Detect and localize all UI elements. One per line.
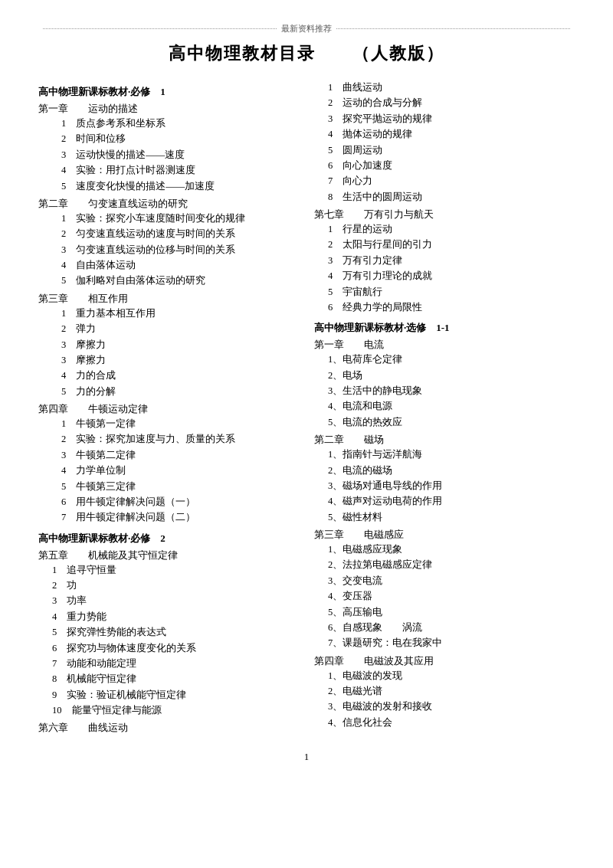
list-item: 4 万有引力理论的成就 (328, 269, 575, 283)
list-item: 1、电荷库仑定律 (328, 352, 575, 367)
list-item: 7 动能和动能定理 (52, 657, 291, 671)
list-item: 7 用牛顿定律解决问题（二） (61, 510, 291, 525)
list-item: 4、电流和电源 (328, 399, 575, 414)
list-item: 8 机械能守恒定律 (52, 672, 291, 686)
col-left: 高中物理新课标教材·必修 1第一章 运动的描述1 质点参考系和坐标系2 时间和位… (38, 80, 306, 735)
list-item: 2、法拉第电磁感应定律 (328, 558, 575, 572)
section-header: 高中物理新课标教材·必修 2 (38, 532, 291, 545)
content-area: 高中物理新课标教材·必修 1第一章 运动的描述1 质点参考系和坐标系2 时间和位… (38, 80, 575, 735)
dots-right (336, 28, 570, 29)
chapter-header: 第二章 磁场 (314, 433, 575, 447)
section-header: 高中物理新课标教材·必修 1 (38, 85, 291, 99)
list-item: 1、电磁波的发现 (328, 669, 575, 683)
list-item: 6 探究功与物体速度变化的关系 (52, 641, 291, 656)
list-item: 3 摩擦力 (61, 338, 291, 352)
list-item: 1 追寻守恒量 (52, 563, 291, 578)
list-item: 3 万有引力定律 (328, 254, 575, 268)
dots-left (43, 28, 277, 29)
chapter-header: 第一章 电流 (314, 338, 575, 352)
list-item: 2 弹力 (61, 322, 291, 336)
page-number: 1 (38, 751, 575, 763)
list-item: 3 运动快慢的描述——速度 (61, 148, 291, 162)
list-item: 3、交变电流 (328, 574, 575, 588)
section-header: 高中物理新课标教材·选修 1-1 (314, 321, 575, 335)
list-item: 2 功 (52, 578, 291, 593)
chapter-header: 第一章 运动的描述 (38, 102, 291, 116)
list-item: 5 宇宙航行 (328, 285, 575, 300)
list-item: 5 伽利略对自由落体运动的研究 (61, 274, 291, 288)
list-item: 4、磁声对运动电荷的作用 (328, 494, 575, 509)
list-item: 3 探究平抛运动的规律 (328, 112, 575, 126)
banner-text: 最新资料推荐 (281, 23, 332, 34)
list-item: 9 实验：验证机械能守恒定律 (52, 688, 291, 703)
col-right: 1 曲线运动2 运动的合成与分解3 探究平抛运动的规律4 抛体运动的规律5 圆周… (306, 80, 575, 735)
list-item: 5 速度变化快慢的描述——加速度 (61, 179, 291, 194)
list-item: 1、电磁感应现象 (328, 542, 575, 557)
list-item: 4 抛体运动的规律 (328, 127, 575, 142)
chapter-header: 第六章 曲线运动 (38, 721, 291, 735)
list-item: 2 太阳与行星间的引力 (328, 237, 575, 252)
list-item: 4、变压器 (328, 589, 575, 604)
list-item: 5、磁性材料 (328, 510, 575, 525)
list-item: 2 实验：探究加速度与力、质量的关系 (61, 432, 291, 447)
chapter-header: 第四章 电磁波及其应用 (314, 654, 575, 668)
list-item: 5 圆周运动 (328, 143, 575, 158)
list-item: 6 用牛顿定律解决问题（一） (61, 495, 291, 509)
list-item: 7 向心力 (328, 174, 575, 188)
list-item: 3、生活中的静电现象 (328, 384, 575, 398)
chapter-header: 第四章 牛顿运动定律 (38, 402, 291, 416)
list-item: 4 实验：用打点计时器测速度 (61, 163, 291, 178)
list-item: 7、课题研究：电在我家中 (328, 636, 575, 650)
list-item: 4、信息化社会 (328, 716, 575, 730)
list-item: 6 向心加速度 (328, 159, 575, 173)
list-item: 4 重力势能 (52, 610, 291, 624)
chapter-header: 第五章 机械能及其守恒定律 (38, 549, 291, 562)
list-item: 2 匀变速直线运动的速度与时间的关系 (61, 227, 291, 241)
list-item: 1 牛顿第一定律 (61, 417, 291, 431)
list-item: 5 探究弹性势能的表达式 (52, 625, 291, 640)
list-item: 3 摩擦力 (61, 353, 291, 368)
list-item: 4 力学单位制 (61, 463, 291, 478)
list-item: 4 力的合成 (61, 368, 291, 383)
list-item: 2 时间和位移 (61, 132, 291, 146)
page: 最新资料推荐 高中物理教材目录 （人教版） 高中物理新课标教材·必修 1第一章 … (0, 0, 613, 868)
top-banner: 最新资料推荐 (38, 23, 575, 34)
list-item: 2 运动的合成与分解 (328, 96, 575, 110)
main-title: 高中物理教材目录 （人教版） (38, 42, 575, 65)
chapter-header: 第二章 匀变速直线运动的研究 (38, 197, 291, 211)
list-item: 6、自感现象 涡流 (328, 621, 575, 635)
list-item: 1 实验：探究小车速度随时间变化的规律 (61, 211, 291, 226)
list-item: 1 质点参考系和坐标系 (61, 116, 291, 131)
list-item: 1 重力基本相互作用 (61, 306, 291, 321)
list-item: 1、指南针与远洋航海 (328, 447, 575, 462)
list-item: 2、电磁光谱 (328, 684, 575, 699)
chapter-header: 第七章 万有引力与航天 (314, 208, 575, 221)
chapter-header: 第三章 相互作用 (38, 292, 291, 306)
list-item: 5 牛顿第三定律 (61, 480, 291, 494)
list-item: 4 自由落体运动 (61, 258, 291, 273)
list-item: 3 匀变速直线运动的位移与时间的关系 (61, 243, 291, 257)
list-item: 5、电流的热效应 (328, 415, 575, 430)
list-item: 5、高压输电 (328, 605, 575, 620)
list-item: 3 功率 (52, 594, 291, 608)
list-item: 2、电场 (328, 368, 575, 383)
chapter-header: 第三章 电磁感应 (314, 528, 575, 542)
list-item: 5 力的分解 (61, 385, 291, 399)
list-item: 10 能量守恒定律与能源 (52, 703, 291, 718)
list-item: 3、电磁波的发射和接收 (328, 699, 575, 714)
list-item: 3、磁场对通电导线的作用 (328, 479, 575, 493)
list-item: 1 曲线运动 (328, 80, 575, 95)
list-item: 6 经典力学的局限性 (328, 300, 575, 315)
list-item: 1 行星的运动 (328, 222, 575, 237)
list-item: 8 生活中的圆周运动 (328, 190, 575, 205)
list-item: 2、电流的磁场 (328, 463, 575, 478)
list-item: 3 牛顿第二定律 (61, 448, 291, 463)
